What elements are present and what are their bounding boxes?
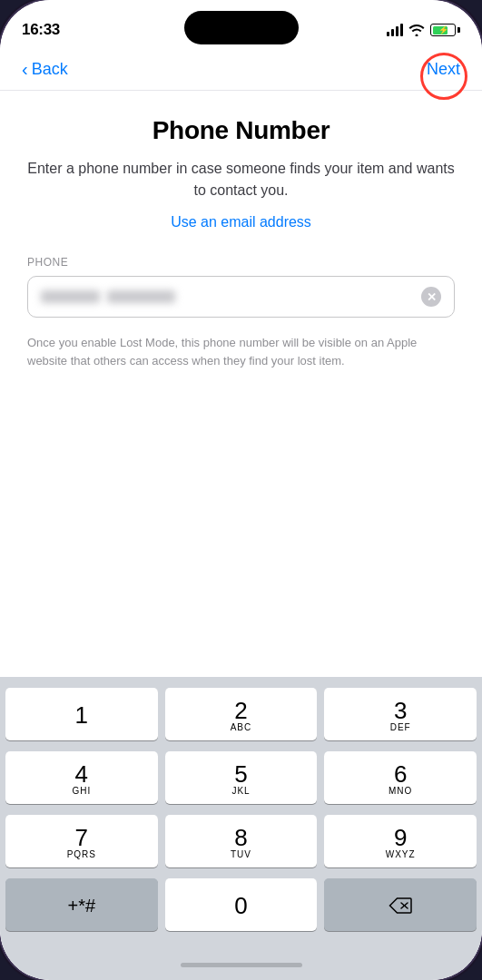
key-2[interactable]: 2 ABC [165, 688, 318, 740]
key-8-number: 8 [234, 826, 247, 849]
blurred-phone [41, 290, 421, 303]
battery-icon: ⚡ [430, 24, 460, 36]
key-4-letters: GHI [72, 787, 91, 796]
page-subtitle: Enter a phone number in case someone fin… [27, 158, 455, 201]
blur-block-2 [107, 290, 175, 303]
main-content: Phone Number Enter a phone number in cas… [0, 91, 482, 677]
key-9-number: 9 [394, 826, 407, 849]
info-text: Once you enable Lost Mode, this phone nu… [27, 334, 455, 369]
email-link[interactable]: Use an email address [27, 214, 455, 230]
key-symbols-label: +*# [68, 896, 96, 916]
key-1[interactable]: 1 [5, 688, 158, 740]
key-7[interactable]: 7 PQRS [5, 815, 158, 867]
key-9-letters: WXYZ [386, 850, 416, 859]
delete-icon [389, 897, 412, 915]
signal-icon [387, 24, 403, 36]
back-button[interactable]: ‹ Back [22, 60, 68, 79]
content-area: ‹ Back Next Phone Number Enter a phone n… [0, 49, 482, 980]
back-label: Back [32, 60, 68, 79]
key-7-letters: PQRS [67, 850, 96, 859]
phone-screen: 16:33 ⚡ [0, 0, 482, 980]
status-time: 16:33 [22, 21, 60, 39]
clear-button[interactable]: ✕ [421, 287, 441, 307]
next-button[interactable]: Next [427, 56, 460, 82]
key-3-number: 3 [394, 699, 407, 722]
key-6[interactable]: 6 MNO [324, 751, 477, 804]
back-chevron-icon: ‹ [22, 60, 28, 78]
key-symbols[interactable]: +*# [5, 878, 158, 931]
phone-label: PHONE [27, 256, 455, 269]
clear-icon: ✕ [427, 291, 437, 303]
key-4[interactable]: 4 GHI [5, 751, 158, 804]
key-5-letters: JKL [231, 787, 250, 796]
key-3-letters: DEF [390, 723, 411, 732]
key-4-number: 4 [75, 762, 88, 786]
key-delete[interactable] [324, 878, 477, 931]
next-button-container: Next [427, 60, 460, 79]
wifi-icon [408, 24, 425, 36]
input-section: PHONE ✕ [27, 256, 455, 318]
blur-block-1 [41, 290, 100, 303]
key-6-number: 6 [394, 762, 407, 786]
phone-input-value [41, 290, 421, 303]
key-8-letters: TUV [231, 850, 251, 859]
key-2-letters: ABC [231, 723, 252, 732]
status-icons: ⚡ [387, 24, 460, 36]
key-7-number: 7 [75, 826, 88, 849]
key-5[interactable]: 5 JKL [165, 751, 318, 804]
phone-input-container[interactable]: ✕ [27, 276, 455, 318]
key-0-number: 0 [234, 894, 247, 917]
key-3[interactable]: 3 DEF [324, 688, 477, 740]
nav-bar: ‹ Back Next [0, 49, 482, 91]
keyboard-area: 1 2 ABC 3 DEF 4 GHI [0, 677, 482, 949]
page-title: Phone Number [27, 116, 455, 145]
key-6-letters: MNO [389, 787, 412, 796]
key-9[interactable]: 9 WXYZ [324, 815, 477, 867]
key-5-number: 5 [234, 762, 247, 786]
key-1-number: 1 [75, 703, 88, 727]
home-bar [181, 963, 302, 967]
phone-frame: 16:33 ⚡ [0, 0, 482, 980]
key-2-number: 2 [234, 699, 247, 722]
dynamic-island [184, 11, 299, 44]
key-8[interactable]: 8 TUV [165, 815, 318, 867]
keyboard-grid: 1 2 ABC 3 DEF 4 GHI [3, 688, 479, 931]
key-0[interactable]: 0 [165, 878, 318, 931]
home-indicator [0, 949, 482, 980]
